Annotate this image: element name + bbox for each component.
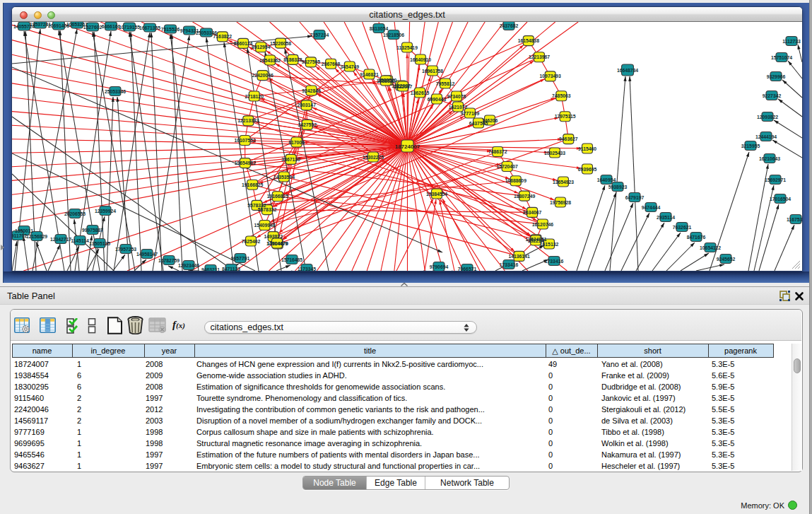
svg-text:1615132: 1615132 <box>540 242 559 247</box>
svg-text:3911702: 3911702 <box>12 233 27 238</box>
svg-text:19384554: 19384554 <box>426 192 447 197</box>
svg-text:7632621: 7632621 <box>673 225 692 230</box>
svg-text:12156829: 12156829 <box>26 234 47 239</box>
svg-text:18807249: 18807249 <box>514 194 535 199</box>
svg-text:2867608: 2867608 <box>322 62 341 66</box>
svg-text:15716485: 15716485 <box>281 257 302 262</box>
svg-text:8813054: 8813054 <box>370 26 389 31</box>
svg-text:3454749: 3454749 <box>341 64 360 69</box>
svg-text:16543362: 16543362 <box>259 58 281 63</box>
svg-text:15226058: 15226058 <box>270 41 291 46</box>
svg-text:1173345: 1173345 <box>298 267 316 271</box>
svg-text:16210643: 16210643 <box>759 156 780 161</box>
svg-text:19166825: 19166825 <box>267 194 288 199</box>
svg-text:10688609: 10688609 <box>505 178 526 183</box>
svg-text:9734078: 9734078 <box>447 94 466 99</box>
svg-text:12444194: 12444194 <box>755 134 777 139</box>
svg-text:9146821: 9146821 <box>360 72 379 77</box>
svg-text:99975887: 99975887 <box>82 228 103 233</box>
svg-text:7625402: 7625402 <box>242 239 261 244</box>
svg-text:7066571: 7066571 <box>458 267 477 271</box>
svg-text:7955812: 7955812 <box>436 81 455 86</box>
svg-text:1350011: 1350011 <box>15 228 33 233</box>
svg-text:12342717: 12342717 <box>50 237 71 242</box>
svg-text:17957253: 17957253 <box>115 247 136 252</box>
svg-text:5578332: 5578332 <box>258 207 277 212</box>
svg-text:1362615: 1362615 <box>411 90 430 95</box>
svg-text:3215955: 3215955 <box>741 144 760 148</box>
svg-text:9227342: 9227342 <box>763 93 782 98</box>
svg-text:2437682: 2437682 <box>500 23 519 28</box>
svg-text:11325419: 11325419 <box>396 45 418 50</box>
svg-text:1112733: 1112733 <box>782 39 801 44</box>
svg-text:8471123: 8471123 <box>222 267 240 271</box>
svg-text:16154838: 16154838 <box>518 38 539 43</box>
svg-text:1733416: 1733416 <box>500 262 519 267</box>
svg-text:16671355: 16671355 <box>139 25 160 30</box>
svg-text:14958147: 14958147 <box>136 252 158 257</box>
svg-text:10719155: 10719155 <box>119 25 140 30</box>
svg-text:16961758: 16961758 <box>422 69 443 74</box>
svg-text:25053346: 25053346 <box>105 89 126 94</box>
svg-text:746206: 746206 <box>482 118 498 123</box>
svg-text:9777109: 9777109 <box>461 111 480 116</box>
svg-text:14914479: 14914479 <box>266 241 288 246</box>
svg-text:1527602: 1527602 <box>83 25 102 30</box>
svg-text:1145114: 1145114 <box>71 238 89 243</box>
svg-text:17016504: 17016504 <box>770 197 791 201</box>
svg-text:13505135: 13505135 <box>89 241 110 246</box>
svg-text:1322037: 1322037 <box>394 84 413 89</box>
svg-text:20206555: 20206555 <box>64 211 86 216</box>
svg-text:19166825: 19166825 <box>242 182 263 187</box>
svg-text:9657791: 9657791 <box>231 256 250 261</box>
svg-text:9327505: 9327505 <box>302 59 321 64</box>
svg-text:3867130: 3867130 <box>281 157 300 162</box>
svg-text:15720407: 15720407 <box>496 164 517 169</box>
svg-text:10654112: 10654112 <box>700 245 721 250</box>
svg-text:16782759: 16782759 <box>158 258 180 263</box>
svg-text:19654982: 19654982 <box>235 160 256 165</box>
svg-text:7357234: 7357234 <box>310 33 329 37</box>
svg-text:15751074: 15751074 <box>771 55 792 60</box>
svg-text:15692971: 15692971 <box>765 177 786 182</box>
svg-text:6990443: 6990443 <box>428 97 447 102</box>
svg-text:9790694: 9790694 <box>430 264 449 269</box>
svg-text:8660124: 8660124 <box>234 41 253 46</box>
svg-text:10973493: 10973493 <box>540 74 561 78</box>
svg-text:6466160: 6466160 <box>102 24 121 29</box>
svg-text:12093822: 12093822 <box>757 115 778 119</box>
svg-text:2718120: 2718120 <box>245 94 264 99</box>
svg-text:2935114: 2935114 <box>657 215 675 220</box>
svg-text:1621072: 1621072 <box>449 105 468 110</box>
svg-text:14136141: 14136141 <box>508 254 529 259</box>
svg-text:1167533: 1167533 <box>787 217 802 222</box>
svg-text:14353594: 14353594 <box>273 175 295 180</box>
svg-text:22420046: 22420046 <box>252 73 273 78</box>
svg-text:7485063: 7485063 <box>552 93 571 98</box>
svg-text:1733416: 1733416 <box>545 259 564 264</box>
svg-text:8471676: 8471676 <box>687 235 706 240</box>
svg-text:817006: 817006 <box>288 140 305 145</box>
svg-text:19218506: 19218506 <box>383 33 404 37</box>
svg-text:9329966: 9329966 <box>767 74 786 79</box>
svg-text:8912954: 8912954 <box>252 45 271 49</box>
svg-text:1588520: 1588520 <box>377 78 396 83</box>
svg-text:15302275: 15302275 <box>363 155 384 160</box>
svg-text:12923446: 12923446 <box>178 263 199 268</box>
svg-text:19756928: 19756928 <box>550 200 571 205</box>
svg-text:8186328: 8186328 <box>283 57 302 62</box>
svg-text:5938923: 5938923 <box>608 185 628 189</box>
svg-text:16648784: 16648784 <box>617 68 638 73</box>
svg-text:16120746: 16120746 <box>532 222 553 227</box>
svg-text:7486372: 7486372 <box>488 149 507 154</box>
svg-text:1640954: 1640954 <box>597 177 616 182</box>
svg-text:15409948: 15409948 <box>254 223 275 228</box>
svg-text:2803147: 2803147 <box>297 103 316 107</box>
svg-text:3634067: 3634067 <box>523 210 542 215</box>
svg-text:6939695: 6939695 <box>578 167 597 172</box>
svg-text:1493822: 1493822 <box>264 234 283 239</box>
svg-text:9242848: 9242848 <box>302 88 321 93</box>
svg-text:3427552: 3427552 <box>298 122 317 127</box>
svg-text:9245652: 9245652 <box>717 257 736 262</box>
svg-text:12213967: 12213967 <box>529 54 550 59</box>
